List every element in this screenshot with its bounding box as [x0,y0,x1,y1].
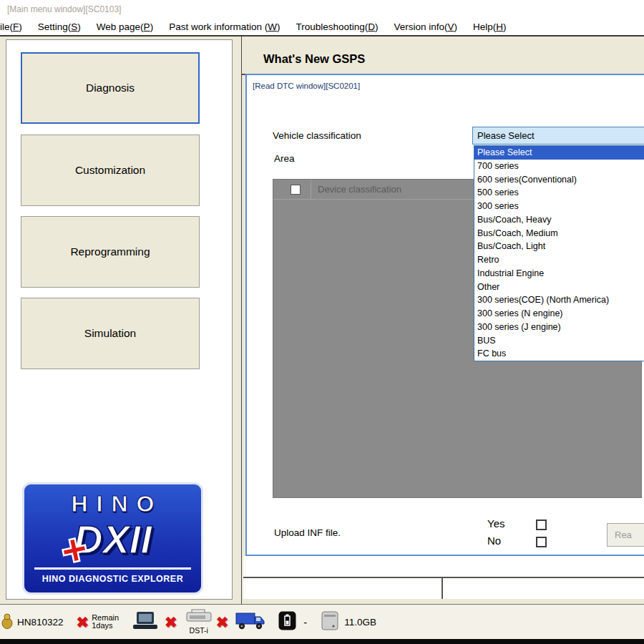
select-all-checkbox[interactable] [291,185,301,195]
menu-item-help[interactable]: Help(H) [473,21,507,32]
menu-item-setting[interactable]: Setting(S) [38,21,81,32]
hard-drive-icon [321,611,338,633]
menu-label-part: ) [19,21,22,32]
remain-line1: Remain [92,613,119,622]
menu-accesskey: S [71,21,77,32]
column-divider [311,180,311,200]
dropdown-option[interactable]: 300 series (N engine) [474,307,644,321]
menu-item-web-page[interactable]: Web page(P) [97,21,153,32]
window-title: [Main menu window][SC0103] [0,0,644,18]
dropdown-option[interactable]: Other [474,280,644,294]
dropdown-option[interactable]: 600 series(Conventional) [474,173,644,187]
dropdown-option[interactable]: 700 series [474,160,644,173]
customization-button[interactable]: Customization [21,135,200,206]
menu-accesskey: P [144,21,150,32]
read-button[interactable]: Rea [607,523,644,547]
diagnosis-button[interactable]: Diagnosis [21,52,200,124]
menu-item-file[interactable]: ile(F) [0,21,22,32]
menu-label-part: Past work information ( [169,21,268,32]
status-bar: HN810322 ✖ Remain 1days ✖ DST-i [0,604,644,639]
dropdown-option[interactable]: Bus/Coach, Light [474,240,644,253]
error-x-icon: ✖ [165,615,177,630]
menu-accesskey: H [496,21,503,32]
vehicle-classification-label: Vehicle classification [273,130,361,141]
menu-label-part: ) [150,21,154,32]
yes-checkbox[interactable] [536,519,547,530]
sidebar: Diagnosis Customization Reprogramming Si… [0,36,242,604]
app-window: [Main menu window][SC0103] ile(F) Settin… [0,0,644,644]
dropdown-option[interactable]: Retro [474,253,644,267]
status-cells-vertical-divider [441,577,443,599]
menu-label-part: ) [77,21,81,32]
logo-product-text: DXII [24,517,201,565]
menu-item-past-work[interactable]: Past work information (W) [169,21,280,32]
yes-label: Yes [487,517,504,530]
status-cells-divider [243,577,644,578]
remain-line2: 1days [92,621,112,630]
area-label: Area [274,153,295,164]
dropdown-option[interactable]: FC bus [474,347,644,361]
logo-divider [34,567,191,570]
menu-accesskey: W [268,21,277,32]
vehicle-classification-dropdown: Please Select 700 series 600 series(Conv… [474,145,644,361]
menu-label-part: Web page( [97,21,144,32]
menu-accesskey: D [368,21,375,32]
menu-bar: ile(F) Setting(S) Web page(P) Past work … [0,18,644,36]
reprogramming-button[interactable]: Reprogramming [21,216,200,288]
dropdown-option[interactable]: 500 series [474,186,644,200]
dropdown-option[interactable]: Bus/Coach, Heavy [474,213,644,227]
battery-icon [278,611,296,633]
menu-accesskey: V [448,21,454,32]
no-checkbox[interactable] [536,537,547,547]
simulation-button[interactable]: Simulation [21,298,200,369]
window-status-cells [243,556,644,599]
error-x-icon: ✖ [216,615,229,630]
upload-inf-label: Upload INF file. [274,527,341,538]
menu-label-part: Help( [473,21,496,32]
dst-label: DST-i [190,626,208,635]
read-dtc-dialog: [Read DTC window][SC0201] Vehicle classi… [245,74,644,556]
dropdown-option[interactable]: Bus/Coach, Medium [474,227,644,240]
vehicle-classification-combobox[interactable]: Please Select [472,127,644,145]
hino-dx2-logo: HINO DXII HINO DIAGNOSTIC EXPLORER [22,482,203,595]
menu-label-part: ) [375,21,379,32]
menu-label-part: Version info( [394,21,447,32]
menu-label-part: Troubleshooting( [296,21,368,32]
dropdown-option[interactable]: Industrial Engine [474,267,644,280]
main-area: What's New GSPS [Read DTC window][SC0201… [242,36,644,604]
dialog-title: [Read DTC window][SC0201] [253,82,360,90]
dst-device: DST-i [186,609,212,635]
menu-label-part: Setting( [38,21,72,32]
menu-item-troubleshooting[interactable]: Troubleshooting(D) [296,21,378,32]
menu-label-part: ) [277,21,280,32]
remain-days-text: Remain 1days [92,614,119,630]
dst-device-icon [186,609,212,625]
user-status-icon [1,613,13,631]
bottom-black-strip [0,639,644,644]
menu-label-part: ile( [0,21,13,32]
battery-status-text: - [303,616,307,628]
truck-icon [235,611,265,633]
device-id-text: HN810322 [17,617,64,628]
logo-brand-text: HINO [24,490,201,517]
dropdown-option[interactable]: 300 series [474,200,644,213]
dropdown-option[interactable]: Please Select [474,146,644,160]
dropdown-option[interactable]: 300 series(COE) (North America) [474,293,644,307]
menu-item-version-info[interactable]: Version info(V) [394,21,457,32]
error-x-icon: ✖ [77,615,89,630]
page-title: What's New GSPS [263,52,365,66]
device-classification-column: Device classification [318,184,401,195]
laptop-icon [132,612,159,633]
no-label: No [487,535,501,547]
menu-label-part: ) [454,21,458,32]
dropdown-option[interactable]: BUS [474,334,644,348]
sidebar-panel: Diagnosis Customization Reprogramming Si… [6,39,233,600]
logo-tagline: HINO DIAGNOSTIC EXPLORER [24,574,201,584]
menu-label-part: ) [503,21,507,32]
disk-space-text: 11.0GB [344,617,376,628]
dropdown-option[interactable]: 300 series (J engine) [474,321,644,334]
red-cross-icon [62,527,87,572]
